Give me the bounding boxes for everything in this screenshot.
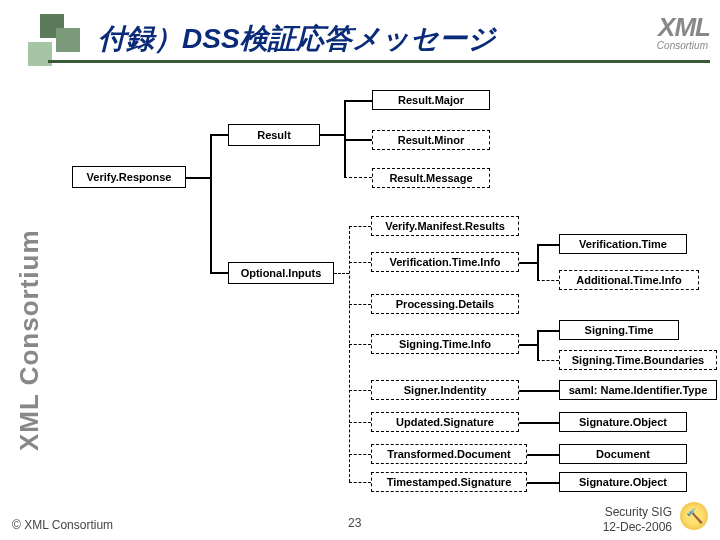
node-signing-time-boundaries: Signing.Time.Boundaries <box>559 350 717 370</box>
node-signing-time: Signing.Time <box>559 320 679 340</box>
node-verification-time-info: Verification.Time.Info <box>371 252 519 272</box>
connector-dashed <box>349 226 371 227</box>
connector <box>537 330 539 360</box>
connector-dashed <box>537 280 559 281</box>
footer-sig: Security SIG 12-Dec-2006 <box>603 505 672 534</box>
connector <box>210 272 228 274</box>
node-signature-object-1: Signature.Object <box>559 412 687 432</box>
connector-dashed <box>334 273 349 274</box>
node-timestamped-signature: Timestamped.Signature <box>371 472 527 492</box>
connector-dashed <box>349 422 371 423</box>
footer-page-number: 23 <box>348 516 361 530</box>
logo-text: XML <box>658 12 710 43</box>
node-transformed-document: Transformed.Document <box>371 444 527 464</box>
header: 付録）DSS検証応答メッセージ XML Consortium <box>0 8 720 72</box>
footer-copyright: © XML Consortium <box>12 518 113 532</box>
node-verify-response: Verify.Response <box>72 166 186 188</box>
decoration-square <box>56 28 80 52</box>
node-signing-time-info: Signing.Time.Info <box>371 334 519 354</box>
gavel-icon: 🔨 <box>680 502 708 530</box>
connector <box>210 134 212 274</box>
sidebar-brand: XML Consortium <box>12 200 46 480</box>
connector <box>519 390 559 392</box>
connector <box>344 139 372 141</box>
connector <box>537 330 559 332</box>
node-result-message: Result.Message <box>372 168 490 188</box>
connector-dashed <box>344 177 372 178</box>
connector-dashed <box>349 482 371 483</box>
logo: XML Consortium <box>580 12 710 62</box>
connector <box>537 244 539 280</box>
node-signer-identity: Signer.Indentity <box>371 380 519 400</box>
connector-dashed <box>349 226 350 482</box>
node-verification-time: Verification.Time <box>559 234 687 254</box>
connector <box>519 262 537 264</box>
connector <box>210 134 228 136</box>
node-updated-signature: Updated.Signature <box>371 412 519 432</box>
footer-group: Security SIG <box>605 505 672 519</box>
node-verify-manifest-results: Verify.Manifest.Results <box>371 216 519 236</box>
connector <box>186 177 210 179</box>
connector <box>519 344 537 346</box>
node-result-minor: Result.Minor <box>372 130 490 150</box>
node-saml-name-identifier-type: saml: Name.Identifier.Type <box>559 380 717 400</box>
connector <box>344 100 372 102</box>
connector <box>537 244 559 246</box>
footer-date: 12-Dec-2006 <box>603 520 672 534</box>
node-signature-object-2: Signature.Object <box>559 472 687 492</box>
node-additional-time-info: Additional.Time.Info <box>559 270 699 290</box>
connector <box>527 454 559 456</box>
node-document: Document <box>559 444 687 464</box>
connector-dashed <box>537 360 559 361</box>
connector-dashed <box>349 262 371 263</box>
node-optional-inputs: Optional.Inputs <box>228 262 334 284</box>
connector <box>519 422 559 424</box>
connector-dashed <box>349 304 371 305</box>
node-result-major: Result.Major <box>372 90 490 110</box>
node-processing-details: Processing.Details <box>371 294 519 314</box>
logo-subtext: Consortium <box>657 40 708 51</box>
connector-dashed <box>349 344 371 345</box>
connector <box>527 482 559 484</box>
connector-dashed <box>349 454 371 455</box>
node-result: Result <box>228 124 320 146</box>
page-title: 付録）DSS検証応答メッセージ <box>98 20 496 58</box>
connector-dashed <box>349 390 371 391</box>
connector <box>320 134 344 136</box>
